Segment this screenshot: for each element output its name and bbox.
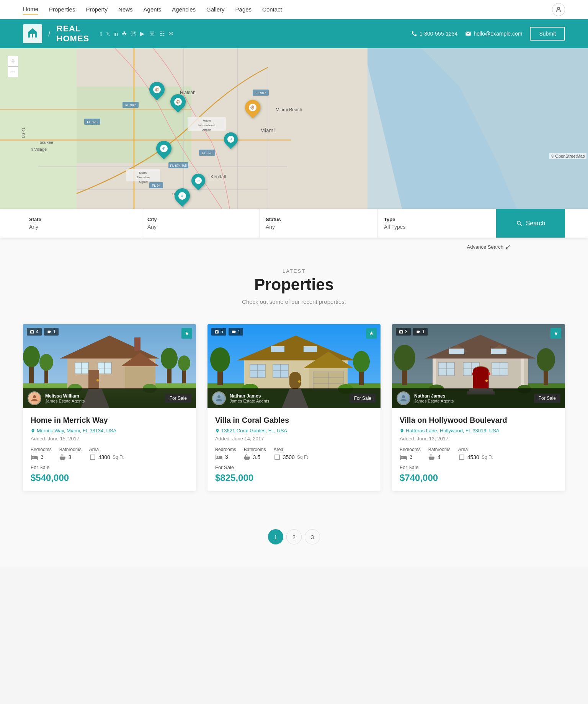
property-card-3[interactable]: 3 1 ★	[392, 324, 565, 491]
logo-area: / REALHOMES  𝕏 in ☘ Ⓟ ▶ ☏ ☷ ✉	[23, 24, 173, 44]
status-label: Status	[266, 217, 371, 222]
type-select[interactable]: All Types House Villa Apartment	[384, 224, 490, 230]
location-icon-3	[400, 429, 404, 433]
phone-icon	[411, 31, 417, 37]
chat-icon[interactable]: ✉	[168, 30, 173, 37]
pinterest-icon[interactable]: Ⓟ	[131, 30, 136, 37]
bath-icon-3	[428, 454, 435, 461]
nav-home[interactable]: Home	[23, 4, 38, 15]
nav-properties[interactable]: Properties	[49, 5, 75, 14]
nav-pages[interactable]: Pages	[235, 5, 252, 14]
bed-icon-3	[400, 454, 407, 460]
photo-count-badge-3: 3	[396, 328, 411, 336]
property-card-2[interactable]: 5 1 ★	[207, 324, 381, 491]
instagram-icon[interactable]: ☘	[122, 30, 127, 37]
svg-text:Miami: Miami	[139, 171, 147, 174]
page-btn-2[interactable]: 2	[286, 529, 302, 544]
svg-text:Airport: Airport	[139, 180, 148, 184]
email-address: hello@example.com	[474, 31, 522, 37]
area-icon-3	[458, 454, 465, 461]
state-select[interactable]: Any Florida California	[29, 224, 135, 230]
status-select[interactable]: Any For Sale For Rent	[266, 224, 371, 230]
svg-point-87	[298, 380, 301, 383]
advance-search[interactable]: Advance Search ↙	[467, 242, 511, 251]
photo-count-badge-2: 5	[211, 328, 226, 336]
svg-rect-120	[521, 359, 524, 389]
zoom-in-button[interactable]: +	[8, 56, 18, 67]
properties-grid: 4 1 ★	[23, 324, 565, 491]
page-btn-3[interactable]: 3	[305, 529, 320, 544]
map-pin-1[interactable]: 🏠	[170, 94, 186, 109]
youtube-icon[interactable]: ▶	[140, 30, 145, 37]
bedrooms-spec-1: Bedrooms 3	[31, 447, 52, 461]
email-icon	[465, 31, 471, 37]
property-address-1: Merrick Way, Miami, FL 33134, USA	[31, 428, 188, 433]
header-right: 1-800-555-1234 hello@example.com Submit	[411, 27, 565, 41]
property-price-3: $740,000	[400, 473, 557, 483]
nav-gallery[interactable]: Gallery	[206, 5, 225, 14]
search-button[interactable]: Search	[496, 209, 565, 238]
area-spec-3: Area 4530 Sq Ft	[458, 447, 493, 461]
search-bar: State Any Florida California City Any Mi…	[0, 209, 588, 238]
area-spec-2: Area 3500 Sq Ft	[274, 447, 308, 461]
area-icon-2	[274, 454, 281, 461]
map-pin-3[interactable]: 🏠	[245, 100, 260, 115]
svg-point-130	[473, 367, 488, 375]
card-image-wrapper-2: 5 1 ★	[207, 324, 381, 408]
map-pin-bottom[interactable]: $	[175, 188, 190, 204]
svg-point-0	[557, 7, 560, 10]
svg-text:Miami: Miami	[260, 127, 274, 134]
map-pin-kendall[interactable]: $	[156, 141, 172, 156]
property-status-1: For Sale	[31, 464, 188, 470]
card-badges-top-1: 4 1	[27, 328, 59, 336]
zoom-out-button[interactable]: −	[8, 67, 18, 77]
submit-button[interactable]: Submit	[530, 27, 565, 41]
city-label: City	[147, 217, 253, 222]
property-title-1[interactable]: Home in Merrick Way	[31, 416, 188, 425]
agent-avatar-3	[397, 391, 410, 405]
property-specs-3: Bedrooms 3 Bathrooms 4	[400, 447, 557, 461]
facebook-icon[interactable]: 	[100, 31, 102, 37]
property-status-3: For Sale	[400, 464, 557, 470]
page-btn-1[interactable]: 1	[268, 529, 283, 544]
nav-contact[interactable]: Contact	[262, 5, 282, 14]
nav-agencies[interactable]: Agencies	[172, 5, 196, 14]
svg-rect-2	[33, 34, 35, 37]
svg-text:Miami: Miami	[203, 119, 211, 122]
svg-text:FL 94: FL 94	[152, 184, 161, 187]
map-container[interactable]: Miami Miami Beach Kendall Hialeah -osuke…	[0, 48, 588, 209]
card-badges-top-2: 5 1	[211, 328, 243, 336]
map-pin-2[interactable]: 🏠	[149, 82, 165, 97]
property-title-3[interactable]: Villa on Hollywood Boulevard	[400, 416, 557, 425]
linkedin-icon[interactable]: in	[114, 31, 118, 37]
star-badge-3[interactable]: ★	[550, 328, 561, 339]
nav-news[interactable]: News	[118, 5, 133, 14]
city-select[interactable]: Any Miami Hollywood Coral Gables	[147, 224, 253, 230]
email-item: hello@example.com	[465, 31, 522, 37]
rss-icon[interactable]: ☷	[160, 30, 165, 37]
agent-bar-3: Nathan James James Estate Agents For Sal…	[392, 388, 565, 408]
agent-bar-1: Melissa William James Estate Agents For …	[23, 388, 196, 408]
nav-property[interactable]: Property	[86, 5, 108, 14]
twitter-icon[interactable]: 𝕏	[106, 31, 110, 37]
star-badge-1[interactable]: ★	[181, 328, 192, 339]
area-icon-1	[89, 454, 96, 461]
property-title-2[interactable]: Villa in Coral Gables	[215, 416, 373, 425]
pagination: 1 2 3	[0, 514, 588, 567]
type-label: Type	[384, 217, 490, 222]
for-sale-badge-1: For Sale	[165, 394, 191, 403]
state-label: State	[29, 217, 135, 222]
video-count-badge-1: 1	[44, 328, 59, 336]
map-pin-2b[interactable]: 2	[191, 174, 205, 187]
property-card-1[interactable]: 4 1 ★	[23, 324, 196, 491]
map-pin-5[interactable]: 5	[224, 132, 238, 146]
nav-links: Home Properties Property News Agents Age…	[23, 4, 282, 15]
nav-agents[interactable]: Agents	[144, 5, 162, 14]
card-body-3: Villa on Hollywood Boulevard Hatteras La…	[392, 408, 565, 491]
user-account-icon[interactable]	[552, 3, 565, 16]
svg-point-131	[485, 380, 488, 382]
skype-icon[interactable]: ☏	[149, 30, 156, 37]
logo-divider: /	[48, 29, 51, 38]
star-badge-2[interactable]: ★	[366, 328, 377, 339]
location-icon-2	[215, 429, 220, 433]
